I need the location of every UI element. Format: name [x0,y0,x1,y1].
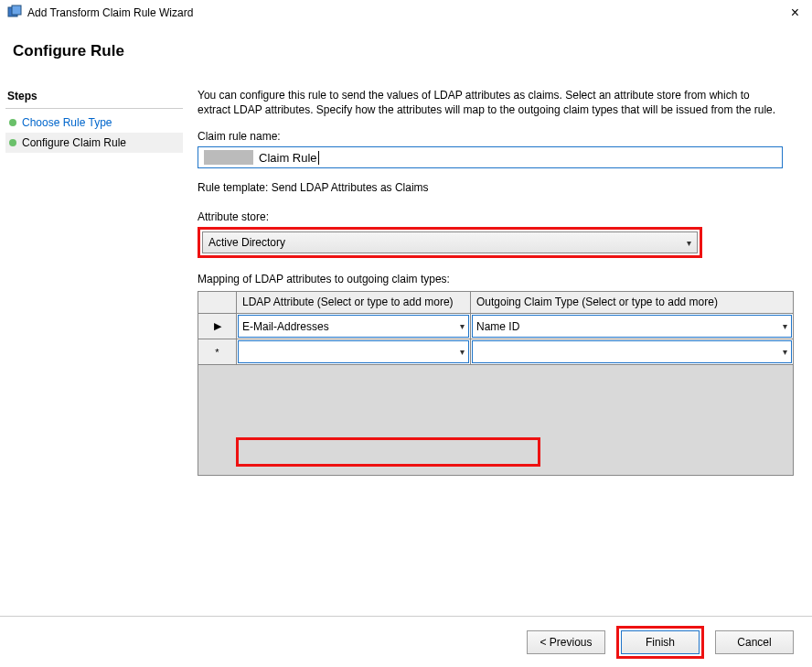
intro-text: You can configure this rule to send the … [198,88,783,117]
attribute-store-highlight: Active Directory ▾ [198,227,702,258]
mapping-grid: LDAP Attribute (Select or type to add mo… [198,291,794,476]
chevron-down-icon: ▾ [783,347,787,357]
attribute-store-value: Active Directory [208,236,285,249]
finish-highlight: Finish [616,626,704,659]
titlebar: Add Transform Claim Rule Wizard × [0,0,812,26]
ldap-attribute-value: E-Mail-Addresses [242,320,329,333]
outgoing-claim-select[interactable]: Name ID ▾ [472,315,792,338]
step-configure-claim-rule[interactable]: Configure Claim Rule [5,133,183,153]
finish-button[interactable]: Finish [621,630,700,654]
attribute-store-label: Attribute store: [198,210,794,223]
step-label: Configure Claim Rule [22,136,126,149]
previous-button[interactable]: < Previous [527,630,605,654]
redacted-prefix [204,150,253,165]
outgoing-claim-select[interactable]: ▾ [472,340,792,363]
attribute-store-select[interactable]: Active Directory ▾ [202,231,698,253]
ldap-attribute-select[interactable]: ▾ [238,340,469,363]
grid-header-ldap: LDAP Attribute (Select or type to add mo… [237,292,471,313]
step-label: Choose Rule Type [22,116,112,129]
steps-heading: Steps [5,88,183,109]
svg-rect-1 [12,5,21,15]
row-marker-icon: * [198,339,237,364]
step-bullet-icon [9,139,16,146]
step-choose-rule-type[interactable]: Choose Rule Type [5,113,183,133]
main-panel: You can configure this rule to send the … [188,82,812,616]
page-header: Configure Rule [0,26,812,73]
mapping-label: Mapping of LDAP attributes to outgoing c… [198,273,794,285]
chevron-down-icon: ▾ [460,321,465,331]
wizard-footer: < Previous Finish Cancel [0,616,812,667]
grid-header-claim: Outgoing Claim Type (Select or type to a… [471,292,793,313]
outgoing-claim-value: Name ID [476,320,519,333]
claim-rule-name-input[interactable]: Claim Rule [198,146,783,168]
chevron-down-icon: ▾ [687,238,691,248]
ldap-attribute-select[interactable]: E-Mail-Addresses ▾ [238,315,469,338]
chevron-down-icon: ▾ [460,347,465,357]
grid-header: LDAP Attribute (Select or type to add mo… [198,292,793,314]
chevron-down-icon: ▾ [783,321,787,331]
page-title: Configure Rule [13,42,796,60]
grid-row: ▶ E-Mail-Addresses ▾ Name ID ▾ [198,314,793,339]
close-icon[interactable]: × [785,5,805,21]
grid-header-rowhead [198,292,237,313]
rule-template-text: Rule template: Send LDAP Attributes as C… [198,181,794,194]
grid-row: * ▾ ▾ [198,339,793,365]
cancel-button[interactable]: Cancel [715,630,794,654]
steps-sidebar: Steps Choose Rule Type Configure Claim R… [0,82,188,616]
claim-rule-name-label: Claim rule name: [198,130,794,143]
claim-rule-name-value: Claim Rule [259,151,319,165]
app-icon [7,5,22,22]
window-title: Add Transform Claim Rule Wizard [27,6,785,19]
row-marker-icon: ▶ [198,314,237,339]
step-bullet-icon [9,119,16,126]
